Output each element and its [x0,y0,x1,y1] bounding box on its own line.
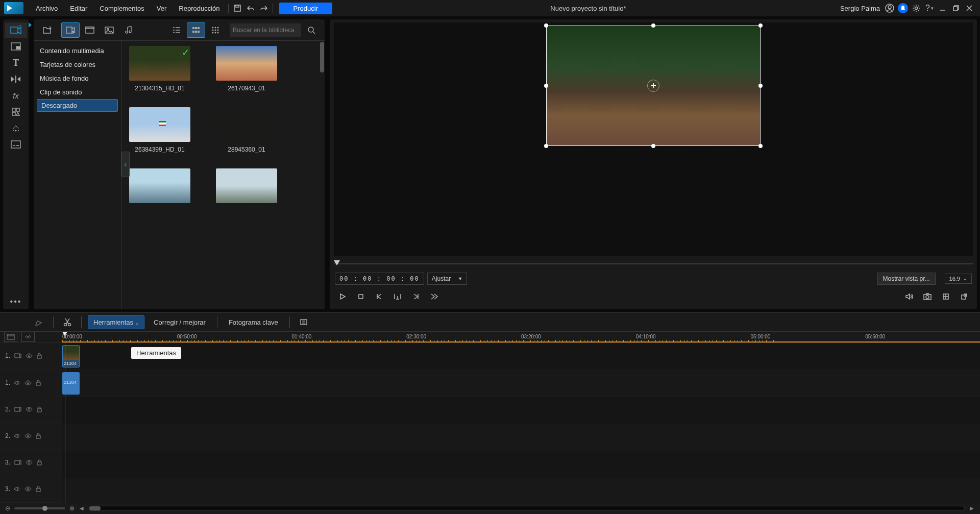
title-room-icon[interactable]: T [5,55,27,70]
quality-icon[interactable] [938,290,953,303]
zoom-in-icon[interactable]: ⊕ [69,505,75,512]
resize-handle[interactable] [651,144,655,148]
account-icon[interactable] [883,2,896,15]
category-musica[interactable]: Música de fondo [34,71,121,85]
filter-image-icon[interactable] [100,22,118,38]
resize-handle[interactable] [651,23,655,28]
resize-handle[interactable] [544,144,548,148]
media-room-icon[interactable] [5,22,27,38]
snapshot-icon[interactable] [920,290,935,303]
pip-room-icon[interactable] [5,39,27,54]
zoom-slider[interactable] [14,507,65,509]
snap-icon[interactable] [21,332,35,342]
popout-icon[interactable] [957,290,972,303]
media-item[interactable]: 26170943_01 [213,46,280,92]
visibility-icon[interactable] [26,407,33,412]
timeline-ruler[interactable]: 00:00:0000:50:0001:40:0002:30:0003:20:00… [62,332,980,343]
resize-handle[interactable] [758,84,763,88]
track-header[interactable]: 3. [0,476,62,503]
lock-icon[interactable] [36,380,41,386]
import-icon[interactable] [38,22,56,38]
scroll-left-icon[interactable]: ◄ [79,505,85,512]
filter-audio-icon[interactable] [119,22,138,38]
particle-room-icon[interactable] [5,104,27,119]
track-header[interactable]: 3. [0,450,62,476]
lock-icon[interactable] [36,486,41,492]
play-icon[interactable] [335,290,350,303]
stop-icon[interactable] [353,290,369,303]
visibility-icon[interactable] [26,460,33,465]
filter-video-icon[interactable] [81,22,99,38]
subtitle-room-icon[interactable] [5,137,27,152]
category-descargado[interactable]: Descargado [37,99,118,112]
save-icon[interactable] [231,2,244,15]
scrubber-knob[interactable] [334,260,340,265]
more-clip-icon[interactable] [296,315,311,329]
prev-frame-icon[interactable] [372,290,387,303]
media-item[interactable]: 28945360_01 [213,107,280,153]
track-header[interactable]: 1. [0,370,62,396]
scroll-right-icon[interactable]: ► [969,505,975,512]
next-frame-icon[interactable] [408,290,424,303]
resize-handle[interactable] [758,23,763,28]
resize-handle[interactable] [544,84,548,88]
more-rooms-icon[interactable]: ••• [5,294,27,309]
library-scrollbar[interactable] [320,41,325,309]
timecode-display[interactable]: 00 : 00 : 00 : 00 [335,273,424,285]
media-item[interactable]: 26384399_HD_01 [127,107,193,153]
menu-archivo[interactable]: Archivo [30,2,64,15]
search-icon[interactable] [302,22,321,38]
preview-scrubber[interactable] [334,259,973,267]
fx-room-icon[interactable]: fx [5,88,27,103]
lock-icon[interactable] [36,433,41,439]
help-icon[interactable]: ?▾ [923,2,936,15]
keyframe-button[interactable]: Fotograma clave [224,316,283,329]
track-header[interactable]: 2. [0,423,62,449]
fit-dropdown[interactable]: Ajustar▼ [427,273,467,285]
clip-markers-icon[interactable] [390,290,405,303]
track-row[interactable]: 21304 [62,343,980,370]
category-contenido[interactable]: Contenido multimedia [34,44,121,58]
redo-icon[interactable] [257,2,271,15]
lock-icon[interactable] [37,459,42,466]
show-preview-button[interactable]: Mostrar vista pr... [877,273,936,285]
track-header[interactable]: 1. [0,343,62,370]
menu-editar[interactable]: Editar [64,2,93,15]
collapse-categories-icon[interactable]: ‹ [121,152,130,177]
view-list-icon[interactable] [167,22,186,38]
tools-dropdown[interactable]: Herramientas⌄ [88,315,144,329]
menu-complementos[interactable]: Complementos [93,2,150,15]
maximize-icon[interactable] [949,2,963,15]
visibility-icon[interactable] [24,433,32,438]
media-item[interactable] [213,168,280,207]
timeline-h-scrollbar[interactable] [89,506,965,511]
settings-icon[interactable] [910,2,923,15]
fast-forward-icon[interactable] [427,290,442,303]
volume-icon[interactable] [901,290,917,303]
visibility-icon[interactable] [24,486,32,492]
playhead[interactable] [65,332,65,503]
menu-reproduccion[interactable]: Reproducción [173,2,226,15]
search-input[interactable] [230,23,301,37]
view-options-icon[interactable] [206,22,225,38]
user-name[interactable]: Sergio Palma [840,5,880,12]
lock-icon[interactable] [37,406,42,412]
filter-media-icon[interactable] [61,22,80,38]
notification-icon[interactable] [896,2,910,15]
zoom-out-icon[interactable]: ⊖ [5,505,10,512]
split-icon[interactable] [60,315,75,329]
view-grid-icon[interactable] [187,22,205,38]
track-row[interactable] [62,397,980,424]
audio-room-icon[interactable] [5,120,27,136]
center-cross-icon[interactable]: + [647,80,659,92]
close-icon[interactable] [963,2,976,15]
track-row[interactable]: 21304 [62,370,980,397]
visibility-icon[interactable] [26,353,33,358]
media-item[interactable] [127,168,193,207]
timeline-view-icon[interactable] [4,332,17,342]
lock-icon[interactable] [37,353,42,359]
produce-button[interactable]: Producir [279,3,332,14]
resize-handle[interactable] [758,144,763,148]
aspect-dropdown[interactable]: 16:9⌄ [945,274,972,284]
media-item[interactable]: ✓ 21304315_HD_01 [127,46,193,92]
